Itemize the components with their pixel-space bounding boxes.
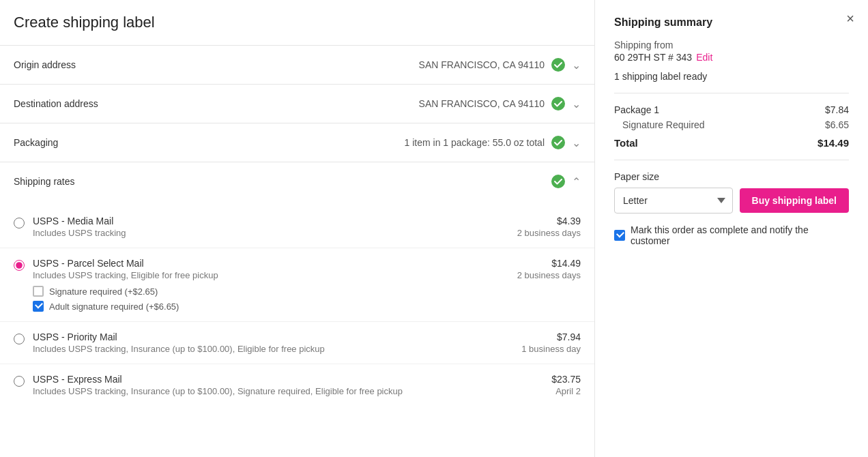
summary-title: Shipping summary (614, 16, 849, 29)
rate-info-media-mail: USPS - Media Mail Includes USPS tracking (33, 216, 126, 238)
rate-radio-express-mail[interactable] (14, 376, 25, 387)
summary-total-row: Total $14.49 (614, 137, 849, 149)
paper-size-row: Letter 4x6 Label Buy shipping label (614, 188, 849, 213)
rate-item-express-mail: USPS - Express Mail Includes USPS tracki… (0, 364, 594, 406)
paper-size-label: Paper size (614, 171, 849, 182)
rate-price-parcel-select: $14.49 (517, 258, 581, 269)
rate-name-express-mail: USPS - Express Mail (33, 374, 403, 385)
rate-name-parcel-select: USPS - Parcel Select Mail (33, 258, 218, 269)
rate-price-priority-mail: $7.94 (521, 331, 581, 342)
rate-option-adult-sig: Adult signature required (+$6.65) (33, 301, 218, 312)
destination-address-label: Destination address (14, 98, 98, 109)
mark-complete-label: Mark this order as complete and notify t… (631, 224, 849, 246)
edit-address-link[interactable]: Edit (696, 52, 712, 63)
shipping-rates-chevron-icon: ⌃ (572, 175, 581, 188)
rate-days-media-mail: 2 business days (517, 228, 581, 238)
packaging-right: 1 item in 1 package: 55.0 oz total ⌄ (405, 136, 581, 149)
destination-chevron-icon: ⌄ (572, 98, 581, 110)
rate-desc-express-mail: Includes USPS tracking, Insurance (up to… (33, 386, 403, 396)
rate-name-priority-mail: USPS - Priority Mail (33, 331, 325, 342)
summary-sig-label: Signature Required (622, 119, 705, 130)
mark-complete-checkbox[interactable] (614, 230, 625, 241)
summary-sig-row: Signature Required $6.65 (614, 119, 849, 130)
origin-address-label: Origin address (14, 59, 76, 70)
rate-name-media-mail: USPS - Media Mail (33, 216, 126, 226)
left-panel: Create shipping label Origin address SAN… (0, 0, 595, 457)
summary-divider-2 (614, 160, 849, 160)
rate-option-sig-required: Signature required (+$2.65) (33, 286, 218, 297)
paper-size-select[interactable]: Letter 4x6 Label (614, 188, 733, 213)
summary-ready: 1 shipping label ready (614, 71, 849, 82)
rate-radio-priority-mail[interactable] (14, 334, 25, 344)
origin-address-value: SAN FRANCISCO, CA 94110 (419, 59, 545, 70)
svg-point-2 (551, 136, 565, 149)
summary-address: 60 29TH ST # 343 (614, 52, 692, 63)
right-panel: × Shipping summary Shipping from 60 29TH… (595, 0, 868, 457)
rates-list: USPS - Media Mail Includes USPS tracking… (0, 201, 594, 411)
destination-address-right: SAN FRANCISCO, CA 94110 ⌄ (419, 97, 581, 110)
summary-package-price: $7.84 (825, 104, 849, 115)
rate-right-parcel-select: $14.49 2 business days (517, 258, 581, 280)
origin-address-row[interactable]: Origin address SAN FRANCISCO, CA 94110 ⌄ (0, 45, 594, 84)
rate-right-express-mail: $23.75 April 2 (551, 374, 581, 396)
rate-price-media-mail: $4.39 (517, 216, 581, 226)
close-button[interactable]: × (846, 11, 854, 27)
shipping-rates-label: Shipping rates (14, 176, 75, 187)
rate-days-express-mail: April 2 (551, 386, 581, 396)
rate-desc-media-mail: Includes USPS tracking (33, 228, 126, 238)
destination-check-icon (551, 97, 565, 110)
summary-address-row: 60 29TH ST # 343 Edit (614, 52, 849, 63)
rate-item-parcel-select: USPS - Parcel Select Mail Includes USPS … (0, 248, 594, 322)
rate-price-express-mail: $23.75 (551, 374, 581, 385)
checkbox-adult-signature[interactable] (33, 301, 44, 312)
svg-point-1 (551, 97, 565, 110)
summary-package-row: Package 1 $7.84 (614, 104, 849, 115)
checkbox-signature-required[interactable] (33, 286, 44, 297)
rate-days-priority-mail: 1 business day (521, 344, 581, 354)
rate-desc-parcel-select: Includes USPS tracking, Eligible for fre… (33, 270, 218, 280)
rate-days-parcel-select: 2 business days (517, 270, 581, 280)
rate-item-priority-mail: USPS - Priority Mail Includes USPS track… (0, 322, 594, 364)
buy-shipping-label-button[interactable]: Buy shipping label (740, 188, 849, 213)
svg-point-0 (551, 58, 565, 72)
rate-item-media-mail: USPS - Media Mail Includes USPS tracking… (0, 206, 594, 248)
summary-total-price: $14.49 (818, 137, 849, 149)
rate-right-media-mail: $4.39 2 business days (517, 216, 581, 238)
origin-check-icon (551, 58, 565, 72)
rate-radio-parcel-select[interactable] (14, 260, 25, 271)
mark-complete-row: Mark this order as complete and notify t… (614, 224, 849, 246)
shipping-rates-check-icon (551, 175, 565, 188)
shipping-rates-header[interactable]: Shipping rates ⌃ (0, 162, 594, 201)
summary-from-label: Shipping from (614, 40, 849, 50)
modal-header: Create shipping label (0, 14, 594, 45)
packaging-check-icon (551, 136, 565, 149)
rate-info-parcel-select: USPS - Parcel Select Mail Includes USPS … (33, 258, 218, 312)
modal-title: Create shipping label (0, 14, 594, 45)
rate-left-express-mail: USPS - Express Mail Includes USPS tracki… (14, 374, 403, 396)
rate-left-media-mail: USPS - Media Mail Includes USPS tracking (14, 216, 126, 238)
destination-address-value: SAN FRANCISCO, CA 94110 (419, 98, 545, 109)
summary-total-label: Total (614, 137, 638, 149)
rate-info-priority-mail: USPS - Priority Mail Includes USPS track… (33, 331, 325, 354)
shipping-rates-header-right: ⌃ (551, 175, 581, 188)
rate-right-priority-mail: $7.94 1 business day (521, 331, 581, 354)
origin-address-right: SAN FRANCISCO, CA 94110 ⌄ (419, 58, 581, 72)
label-signature-required: Signature required (+$2.65) (49, 286, 158, 297)
origin-chevron-icon: ⌄ (572, 59, 581, 72)
svg-point-3 (551, 175, 565, 188)
rate-left-priority-mail: USPS - Priority Mail Includes USPS track… (14, 331, 325, 354)
rate-desc-priority-mail: Includes USPS tracking, Insurance (up to… (33, 344, 325, 354)
packaging-row[interactable]: Packaging 1 item in 1 package: 55.0 oz t… (0, 123, 594, 162)
packaging-value: 1 item in 1 package: 55.0 oz total (405, 137, 545, 148)
rate-left-parcel-select: USPS - Parcel Select Mail Includes USPS … (14, 258, 218, 312)
destination-address-row[interactable]: Destination address SAN FRANCISCO, CA 94… (0, 84, 594, 123)
packaging-label: Packaging (14, 137, 58, 148)
packaging-chevron-icon: ⌄ (572, 136, 581, 149)
rate-radio-media-mail[interactable] (14, 218, 25, 228)
summary-sig-price: $6.65 (825, 119, 849, 130)
rate-info-express-mail: USPS - Express Mail Includes USPS tracki… (33, 374, 403, 396)
rate-options-parcel-select: Signature required (+$2.65) Adult signat… (33, 286, 218, 312)
summary-divider-1 (614, 93, 849, 93)
label-adult-signature: Adult signature required (+$6.65) (49, 301, 179, 312)
summary-package-label: Package 1 (614, 104, 659, 115)
